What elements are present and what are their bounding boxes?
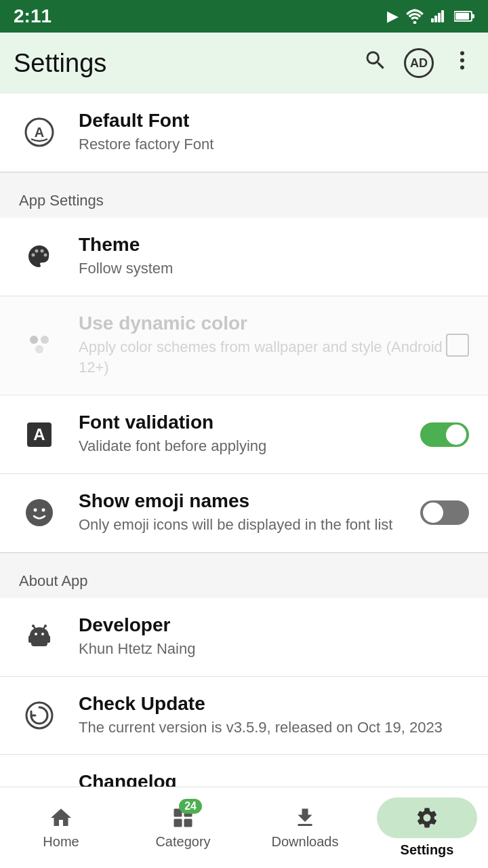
developer-text: Developer Khun Htetz Naing (79, 614, 469, 660)
font-validation-item[interactable]: A Font validation Validate font before a… (0, 395, 488, 474)
theme-title: Theme (79, 234, 469, 256)
top-app-bar: Settings AD (0, 33, 488, 94)
svg-rect-40 (184, 819, 192, 827)
emoji-names-toggle-container[interactable] (420, 500, 469, 525)
default-font-title: Default Font (79, 110, 469, 132)
developer-title: Developer (79, 614, 469, 636)
dynamic-color-item[interactable]: Use dynamic color Apply color schemes fr… (0, 296, 488, 396)
emoji-names-toggle-thumb (423, 502, 443, 523)
nav-downloads-label: Downloads (272, 834, 339, 850)
svg-point-19 (35, 345, 43, 353)
dynamic-color-text: Use dynamic color Apply color schemes fr… (79, 313, 446, 379)
check-update-subtitle: The current version is v3.5.9, released … (79, 717, 469, 738)
dynamic-color-checkbox-container (446, 334, 469, 357)
svg-point-29 (35, 633, 37, 635)
svg-point-0 (413, 21, 417, 24)
downloads-icon (293, 806, 317, 830)
default-font-item[interactable]: A Default Font Restore factory Font (0, 94, 488, 172)
developer-subtitle: Khun Htetz Naing (79, 639, 469, 660)
svg-rect-2 (434, 16, 437, 22)
nav-settings-label: Settings (401, 842, 454, 858)
font-validation-text: Font validation Validate font before app… (79, 412, 420, 457)
svg-rect-7 (472, 14, 474, 18)
svg-point-16 (44, 254, 47, 257)
default-font-subtitle: Restore factory Font (79, 134, 469, 155)
svg-rect-28 (47, 635, 50, 643)
nav-item-home[interactable]: Home (0, 797, 122, 858)
svg-rect-3 (438, 13, 441, 22)
nav-settings-icon-wrap (377, 797, 477, 838)
check-update-title: Check Update (79, 693, 469, 715)
ad-icon[interactable]: AD (404, 48, 434, 78)
emoji-names-title: Show emoji names (79, 490, 420, 512)
default-font-icon: A (19, 112, 60, 153)
check-update-icon (19, 695, 60, 736)
svg-point-8 (460, 52, 464, 56)
svg-point-34 (44, 625, 47, 627)
svg-point-17 (30, 336, 38, 344)
font-validation-toggle-thumb (446, 425, 466, 445)
settings-icon (415, 806, 439, 830)
app-settings-section-header: App Settings (0, 173, 488, 218)
emoji-names-subtitle: Only emoji icons will be displayed in th… (79, 515, 420, 536)
svg-rect-6 (455, 13, 469, 20)
nav-item-downloads[interactable]: Downloads (244, 797, 366, 858)
bottom-navigation: Home 24 Category Downloads (0, 787, 488, 868)
home-icon (49, 806, 73, 830)
svg-point-18 (41, 336, 49, 344)
battery-icon (454, 9, 474, 24)
app-status-icon: ▶ (387, 7, 399, 25)
nav-downloads-icon-wrap (293, 806, 317, 830)
emoji-names-text: Show emoji names Only emoji icons will b… (79, 490, 420, 536)
about-app-label: About App (19, 572, 88, 589)
font-validation-title: Font validation (79, 412, 420, 433)
default-font-text: Default Font Restore factory Font (79, 110, 469, 155)
svg-point-13 (32, 254, 35, 257)
svg-rect-1 (431, 18, 434, 22)
nav-item-settings[interactable]: Settings (366, 789, 488, 866)
settings-content: A Default Font Restore factory Font App … (0, 94, 488, 868)
svg-point-10 (460, 66, 464, 70)
nav-category-icon-wrap: 24 (171, 806, 195, 830)
dynamic-color-checkbox[interactable] (446, 334, 469, 357)
svg-point-30 (41, 633, 44, 635)
svg-point-22 (26, 499, 53, 526)
dynamic-color-icon (19, 325, 60, 366)
status-bar: 2:11 ▶ (0, 0, 488, 33)
category-badge: 24 (179, 799, 202, 814)
svg-point-9 (460, 58, 464, 62)
svg-point-33 (32, 625, 35, 627)
svg-rect-26 (31, 637, 47, 646)
nav-item-category[interactable]: 24 Category (122, 797, 244, 858)
theme-item[interactable]: Theme Follow system (0, 218, 488, 296)
svg-rect-27 (28, 635, 32, 643)
nav-home-label: Home (43, 834, 79, 850)
top-bar-actions: AD (363, 48, 474, 78)
page-title: Settings (14, 49, 106, 78)
svg-point-14 (35, 250, 39, 253)
svg-point-23 (34, 509, 37, 512)
svg-text:A: A (33, 425, 45, 443)
svg-text:A: A (35, 125, 44, 140)
developer-item[interactable]: Developer Khun Htetz Naing (0, 598, 488, 677)
theme-subtitle: Follow system (79, 258, 469, 279)
font-validation-toggle[interactable] (420, 422, 469, 447)
more-options-icon[interactable] (450, 48, 474, 78)
svg-point-15 (41, 250, 44, 253)
nav-category-label: Category (155, 834, 210, 850)
theme-icon (19, 236, 60, 277)
svg-point-24 (42, 509, 45, 512)
emoji-names-item[interactable]: Show emoji names Only emoji icons will b… (0, 474, 488, 553)
dynamic-color-title: Use dynamic color (79, 313, 446, 334)
check-update-text: Check Update The current version is v3.5… (79, 693, 469, 738)
search-icon[interactable] (363, 48, 388, 78)
svg-rect-4 (441, 10, 444, 22)
app-settings-label: App Settings (19, 192, 104, 209)
emoji-names-toggle[interactable] (420, 500, 469, 525)
check-update-item[interactable]: Check Update The current version is v3.5… (0, 677, 488, 755)
dynamic-color-subtitle: Apply color schemes from wallpaper and s… (79, 337, 446, 379)
svg-rect-39 (174, 819, 182, 827)
emoji-names-icon (19, 492, 60, 533)
font-validation-toggle-container[interactable] (420, 422, 469, 447)
signal-icon (431, 9, 447, 24)
